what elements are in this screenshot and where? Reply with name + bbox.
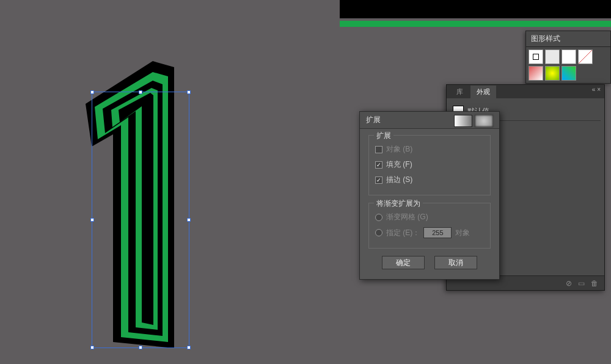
new-icon[interactable]: ▭ — [578, 279, 585, 288]
style-swatch[interactable] — [545, 66, 560, 81]
style-swatch[interactable] — [529, 49, 543, 64]
radio-specify-label: 指定 (E)： — [386, 228, 420, 238]
canvas-decor-stripes — [340, 0, 611, 31]
fieldset-legend: 扩展 — [374, 131, 393, 141]
dialog-expand[interactable]: 扩展 扩展 对象 (B) 填充 (F) 描边 (S) 将渐变扩展为 — [359, 111, 500, 280]
tab-appearance[interactable]: 外观 — [470, 86, 496, 98]
specify-count-input: 255 — [423, 227, 452, 238]
checkbox-fill-row[interactable]: 填充 (F) — [375, 157, 484, 172]
checkbox-object-label: 对象 (B) — [386, 144, 412, 155]
fieldset-legend: 将渐变扩展为 — [374, 198, 423, 209]
dialog-body: 扩展 对象 (B) 填充 (F) 描边 (S) 将渐变扩展为 渐变网格 (G) — [360, 129, 499, 279]
radio-specify — [375, 229, 382, 236]
checkbox-object — [375, 146, 382, 153]
dialog-preview-thumb — [475, 115, 493, 127]
graphic-style-swatches — [526, 47, 610, 83]
radio-specify-row: 指定 (E)： 255 对象 — [375, 225, 484, 241]
ok-button[interactable]: 确定 — [382, 256, 425, 269]
dialog-buttons: 确定 取消 — [368, 256, 491, 269]
canvas-artwork-one[interactable] — [79, 61, 189, 354]
stripe — [340, 0, 611, 18]
checkbox-object-row: 对象 (B) — [375, 142, 484, 157]
specify-suffix: 对象 — [455, 228, 470, 238]
radio-mesh-row: 渐变网格 (G) — [375, 209, 484, 225]
style-swatch[interactable] — [562, 49, 576, 64]
cancel-button[interactable]: 取消 — [434, 256, 477, 269]
trash-icon[interactable]: 🗑 — [591, 279, 598, 288]
radio-mesh-label: 渐变网格 (G) — [386, 212, 428, 222]
checkbox-fill-label: 填充 (F) — [386, 159, 412, 170]
checkbox-fill[interactable] — [375, 161, 382, 169]
stripe — [340, 21, 611, 27]
dialog-title: 扩展 — [360, 112, 499, 129]
dialog-title-text: 扩展 — [366, 115, 381, 124]
style-swatch[interactable] — [529, 66, 543, 81]
number-one-glyph — [79, 61, 189, 354]
fieldset-gradient: 将渐变扩展为 渐变网格 (G) 指定 (E)： 255 对象 — [368, 203, 491, 249]
tab-library[interactable]: 库 — [450, 86, 469, 98]
panel-title: 图形样式 — [526, 31, 610, 47]
panel-graphic-styles[interactable]: 图形样式 — [525, 31, 611, 84]
checkbox-stroke[interactable] — [375, 177, 382, 184]
fieldset-expand: 扩展 对象 (B) 填充 (F) 描边 (S) — [368, 135, 491, 195]
style-swatch[interactable] — [562, 66, 576, 81]
checkbox-stroke-row[interactable]: 描边 (S) — [375, 172, 484, 187]
dialog-preview-thumb — [454, 115, 472, 127]
checkbox-stroke-label: 描边 (S) — [386, 175, 412, 185]
radio-mesh — [375, 214, 382, 221]
no-fill-icon[interactable]: ⊘ — [566, 279, 572, 288]
style-swatch[interactable] — [578, 49, 593, 64]
style-swatch[interactable] — [545, 49, 560, 64]
panel-tabs: 库 外观 — [447, 85, 604, 98]
